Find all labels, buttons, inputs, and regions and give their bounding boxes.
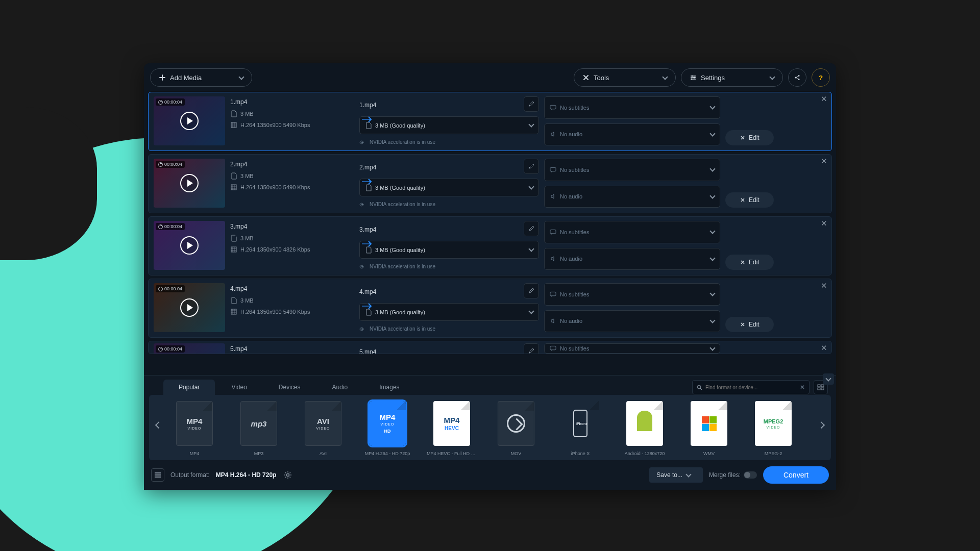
edit-button[interactable]: Edit	[725, 255, 774, 270]
output-info: 2.mp4 3 MB (Good quality) NVIDIA acceler…	[355, 159, 539, 208]
remove-file-button[interactable]: ✕	[821, 157, 827, 166]
svg-point-27	[287, 474, 289, 477]
format-tab[interactable]: Images	[364, 380, 414, 395]
svg-rect-8	[550, 105, 556, 109]
remove-file-button[interactable]: ✕	[821, 281, 827, 290]
format-icon	[498, 401, 534, 446]
format-tab[interactable]: Video	[216, 380, 262, 395]
output-info: 4.mp4 3 MB (Good quality) NVIDIA acceler…	[355, 283, 539, 332]
remove-file-button[interactable]: ✕	[821, 343, 827, 353]
quality-select[interactable]: 3 MB (Good quality)	[359, 116, 539, 134]
edit-button[interactable]: Edit	[725, 192, 774, 208]
output-format-label: Output format:	[170, 471, 210, 479]
rename-button[interactable]	[524, 343, 539, 354]
file-row[interactable]: ✕ 00:00:04 4.mp4 3 MB H.264 1350x900 549…	[148, 279, 832, 338]
edit-button[interactable]: Edit	[725, 317, 774, 332]
tracks-info: No subtitles No audio	[544, 159, 720, 208]
file-row[interactable]: ✕ 00:00:04 3.mp4 3 MB H.264 1350x900 482…	[148, 216, 832, 276]
format-card[interactable]: MP4VIDEOHDMP4 H.264 - HD 720p	[362, 401, 412, 456]
duration-text: 00:00:04	[164, 99, 182, 105]
format-label: iPhone X	[555, 451, 605, 456]
remove-file-button[interactable]: ✕	[821, 94, 827, 104]
svg-rect-21	[821, 385, 824, 387]
convert-button[interactable]: Convert	[763, 466, 829, 484]
format-card[interactable]: mp3MP3	[234, 401, 284, 456]
merge-toggle[interactable]	[744, 471, 757, 479]
file-row[interactable]: ✕ 00:00:04 2.mp4 3 MB H.264 1350x900 549…	[148, 154, 832, 213]
format-tab[interactable]: Audio	[317, 380, 363, 395]
format-settings-button[interactable]	[282, 469, 293, 481]
settings-button[interactable]: Settings	[681, 68, 783, 87]
format-card[interactable]: WMV	[684, 401, 734, 456]
audio-select[interactable]: No audio	[544, 186, 720, 208]
source-size: 3 MB	[230, 235, 350, 241]
format-icon	[691, 401, 727, 446]
svg-point-13	[361, 266, 363, 267]
rename-button[interactable]	[524, 159, 539, 174]
share-icon	[794, 74, 801, 81]
format-tab[interactable]: Devices	[263, 380, 316, 395]
subtitles-select[interactable]: No subtitles	[544, 283, 720, 306]
app-window: Add Media Tools Settings ? ✕ 00:00:04 1.…	[144, 63, 836, 490]
help-button[interactable]: ?	[812, 68, 830, 87]
format-card[interactable]: AVIVIDEOAVI	[298, 401, 348, 456]
format-label: MP3	[234, 451, 284, 456]
file-row[interactable]: ✕ 00:00:04 5.mp4 5.mp4 No subtitles	[148, 341, 832, 354]
format-card[interactable]: MP4HEVCMP4 HEVC - Full HD 1...	[427, 401, 477, 456]
subtitles-select[interactable]: No subtitles	[544, 96, 720, 119]
quality-select[interactable]: 3 MB (Good quality)	[359, 179, 539, 196]
top-toolbar: Add Media Tools Settings ?	[144, 63, 836, 92]
acceleration-hint: NVIDIA acceleration is in use	[359, 139, 539, 145]
format-card[interactable]: iPhoneiPhone X	[555, 401, 605, 456]
chevron-down-icon	[709, 255, 715, 261]
audio-select[interactable]: No audio	[544, 248, 720, 270]
subtitles-select[interactable]: No subtitles	[544, 343, 720, 354]
nvidia-icon	[359, 139, 366, 145]
svg-rect-23	[821, 388, 824, 390]
format-card[interactable]: MOV	[491, 401, 541, 456]
share-button[interactable]	[788, 68, 806, 87]
play-button[interactable]	[180, 112, 199, 130]
subtitles-select[interactable]: No subtitles	[544, 221, 720, 243]
audio-select[interactable]: No audio	[544, 310, 720, 333]
chevron-down-icon	[709, 291, 715, 296]
rename-button[interactable]	[524, 96, 539, 112]
file-row[interactable]: ✕ 00:00:04 1.mp4 3 MB H.264 1350x900 549…	[148, 92, 832, 151]
chevron-down-icon	[709, 193, 715, 198]
output-info: 5.mp4	[355, 343, 539, 354]
output-folder-button[interactable]	[151, 468, 164, 482]
format-card[interactable]: MPEG2VIDEOMPEG-2	[748, 401, 798, 456]
format-tab[interactable]: Popular	[163, 380, 215, 395]
source-filename: 4.mp4	[230, 285, 350, 292]
subtitles-select[interactable]: No subtitles	[544, 159, 720, 181]
play-button[interactable]	[180, 174, 199, 192]
svg-point-10	[361, 204, 363, 205]
audio-select[interactable]: No audio	[544, 123, 720, 146]
format-label: MP4 HEVC - Full HD 1...	[427, 451, 477, 456]
edit-button[interactable]: Edit	[725, 130, 774, 145]
format-card[interactable]: Android - 1280x720	[620, 401, 670, 456]
add-media-button[interactable]: Add Media	[150, 68, 252, 87]
rename-button[interactable]	[524, 283, 539, 298]
quality-select[interactable]: 3 MB (Good quality)	[359, 241, 539, 259]
plus-icon	[159, 74, 166, 81]
carousel-next-button[interactable]	[816, 416, 827, 435]
clear-search-button[interactable]: ✕	[800, 384, 805, 391]
tools-button[interactable]: Tools	[574, 68, 676, 87]
collapse-panel-button[interactable]	[823, 373, 834, 385]
play-button[interactable]	[180, 298, 199, 317]
output-filename: 4.mp4	[359, 288, 520, 295]
carousel-prev-button[interactable]	[153, 416, 164, 435]
save-to-select[interactable]: Save to...	[649, 467, 703, 483]
settings-label: Settings	[701, 74, 725, 82]
format-card[interactable]: MP4VIDEOMP4	[169, 401, 219, 456]
output-filename: 3.mp4	[359, 226, 520, 233]
play-button[interactable]	[180, 236, 199, 255]
remove-file-button[interactable]: ✕	[821, 219, 827, 228]
quality-select[interactable]: 3 MB (Good quality)	[359, 303, 539, 321]
duration-badge: 00:00:04	[156, 345, 185, 353]
chevron-down-icon	[769, 74, 775, 80]
rename-button[interactable]	[524, 221, 539, 236]
source-filename: 2.mp4	[230, 161, 350, 168]
search-input[interactable]	[705, 385, 797, 390]
